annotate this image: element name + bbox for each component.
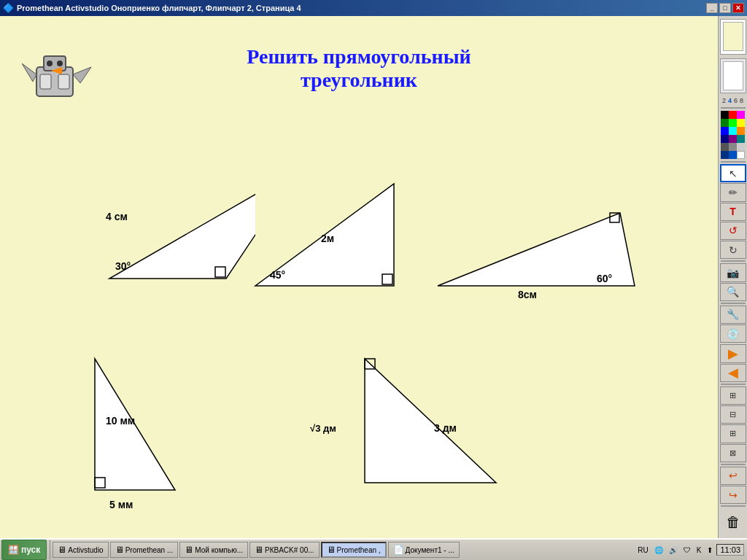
minimize-button[interactable]: _	[706, 3, 718, 13]
color-red[interactable]	[729, 111, 737, 119]
maximize-button[interactable]: □	[719, 3, 731, 13]
speaker-icon: 🔊	[667, 546, 680, 554]
start-button[interactable]: 🪟 пуск	[1, 540, 47, 560]
svg-point-3	[57, 61, 63, 66]
pen-tool[interactable]: ✏	[720, 183, 746, 201]
antivirus-icon: 🛡	[681, 546, 693, 554]
page-thumbnail[interactable]	[720, 19, 746, 55]
color-green[interactable]	[729, 119, 737, 127]
page-numbers: 2 4 6 8	[721, 97, 744, 104]
rkback-label: РКBACK# 00...	[265, 546, 314, 554]
grid-tool[interactable]: ⊞	[720, 424, 746, 443]
activstudio-icon: 🖥	[58, 545, 66, 555]
svg-marker-25	[365, 359, 496, 483]
page-thumbnail-2[interactable]	[720, 58, 746, 94]
color-purple[interactable]	[729, 135, 737, 143]
taskbar-promethean-2[interactable]: 🖥 Promethean ,	[321, 542, 387, 558]
network-icon: 🌐	[652, 546, 665, 554]
color-navy[interactable]	[721, 135, 729, 143]
recycle-bin[interactable]: 🗑	[720, 508, 746, 537]
refresh-tool[interactable]: ↻	[720, 241, 746, 259]
svg-text:√3 дм: √3 дм	[310, 423, 336, 434]
svg-text:4 см: 4 см	[106, 211, 128, 222]
media-tool[interactable]: 💿	[720, 324, 746, 343]
svg-point-2	[47, 61, 53, 66]
promethean2-label: Promethean ,	[337, 546, 381, 554]
triangle-5: √3 дм 3 дм	[306, 344, 511, 512]
color-magenta[interactable]	[737, 111, 745, 119]
camera-tool[interactable]: 📷	[720, 263, 746, 281]
taskbar-document[interactable]: 📄 Документ1 - ...	[388, 542, 460, 558]
document-label: Документ1 - ...	[406, 546, 454, 554]
svg-text:5 мм: 5 мм	[109, 499, 133, 510]
svg-text:45°: 45°	[270, 269, 285, 281]
main-layout: Решить прямоугольный треугольник 30° 4 с…	[0, 16, 747, 560]
settings-tool[interactable]: 🔧	[720, 306, 746, 324]
shrink-tool[interactable]: ⊟	[720, 405, 746, 424]
svg-text:8см: 8см	[518, 289, 537, 300]
svg-marker-9	[109, 169, 255, 279]
color-palette	[721, 111, 745, 159]
svg-text:2м: 2м	[321, 233, 334, 244]
kaspersky-icon: K	[694, 546, 704, 554]
zoom-tool[interactable]: 🔍	[720, 283, 746, 301]
taskbar-activstudio[interactable]: 🖥 Activstudio	[53, 542, 108, 558]
color-gray[interactable]	[729, 143, 737, 151]
mascot-image	[22, 45, 95, 118]
taskbar-mycomputer[interactable]: 🖥 Мой компью...	[179, 542, 248, 558]
triangle-2: 45° 2м	[248, 169, 409, 300]
page-2[interactable]: 2	[721, 97, 727, 104]
color-white[interactable]	[737, 151, 745, 159]
svg-rect-8	[58, 74, 69, 89]
promethean1-label: Promethean ...	[125, 546, 174, 554]
svg-rect-7	[40, 74, 51, 89]
color-darkblue[interactable]	[721, 127, 729, 135]
color-cyan[interactable]	[729, 127, 737, 135]
rotate-tool[interactable]: ↺	[720, 222, 746, 240]
taskbar: 🪟 пуск 🖥 Activstudio 🖥 Promethean ... 🖥 …	[0, 538, 747, 560]
color-yellow[interactable]	[737, 119, 745, 127]
undo-tool[interactable]: ↩	[720, 467, 746, 485]
window-controls: _ □ ✕	[706, 3, 744, 13]
update-icon: ⬆	[705, 546, 715, 554]
page-4[interactable]: 4	[727, 97, 732, 104]
page-6[interactable]: 6	[733, 97, 738, 104]
taskbar-rkback[interactable]: 🖥 РКBACK# 00...	[249, 542, 320, 558]
color-black[interactable]	[721, 111, 729, 119]
svg-text:60°: 60°	[597, 273, 612, 284]
next-arrow[interactable]: ▶	[720, 344, 746, 362]
svg-text:10 мм: 10 мм	[106, 415, 135, 427]
color-darkblue2[interactable]	[721, 151, 729, 159]
start-label: пуск	[21, 545, 40, 555]
rkback-icon: 🖥	[255, 545, 263, 555]
lang-indicator[interactable]: RU	[635, 546, 650, 554]
right-toolbar: 2 4 6 8 ↖	[718, 16, 747, 560]
title-bar-text: Promethean Activstudio Оноприенко флипча…	[17, 4, 301, 12]
color-orange[interactable]	[737, 127, 745, 135]
color-darkgray[interactable]	[721, 143, 729, 151]
title-bar-icon: 🔷	[3, 3, 14, 13]
page-8[interactable]: 8	[739, 97, 744, 104]
close-button[interactable]: ✕	[732, 3, 744, 13]
redo-tool[interactable]: ↪	[720, 486, 746, 504]
triangle-4: 10 мм 5 мм	[73, 344, 190, 512]
color-darkgreen[interactable]	[721, 119, 729, 127]
text-tool[interactable]: T	[720, 203, 746, 221]
move-tool[interactable]: ⊠	[720, 444, 746, 462]
svg-marker-5	[22, 63, 36, 82]
color-teal[interactable]	[737, 135, 745, 143]
svg-marker-6	[73, 67, 91, 83]
canvas-area: Решить прямоугольный треугольник 30° 4 с…	[0, 16, 718, 560]
triangle-1: 30° 4 см	[88, 140, 255, 300]
triangle-3: 60° 8см	[430, 155, 649, 322]
color-blue2[interactable]	[729, 151, 737, 159]
system-tray: RU 🌐 🔊 🛡 K ⬆ 11:03	[635, 544, 747, 556]
prev-arrow[interactable]: ◀	[720, 364, 746, 382]
taskbar-promethean-1[interactable]: 🖥 Promethean ...	[110, 542, 179, 558]
color-lightgray[interactable]	[737, 143, 745, 151]
mycomputer-icon: 🖥	[185, 545, 193, 555]
pointer-tool[interactable]: ↖	[720, 164, 746, 182]
expand-tool[interactable]: ⊞	[720, 386, 746, 405]
svg-text:3 дм: 3 дм	[434, 422, 457, 434]
title-bar: 🔷 Promethean Activstudio Оноприенко флип…	[0, 0, 747, 16]
